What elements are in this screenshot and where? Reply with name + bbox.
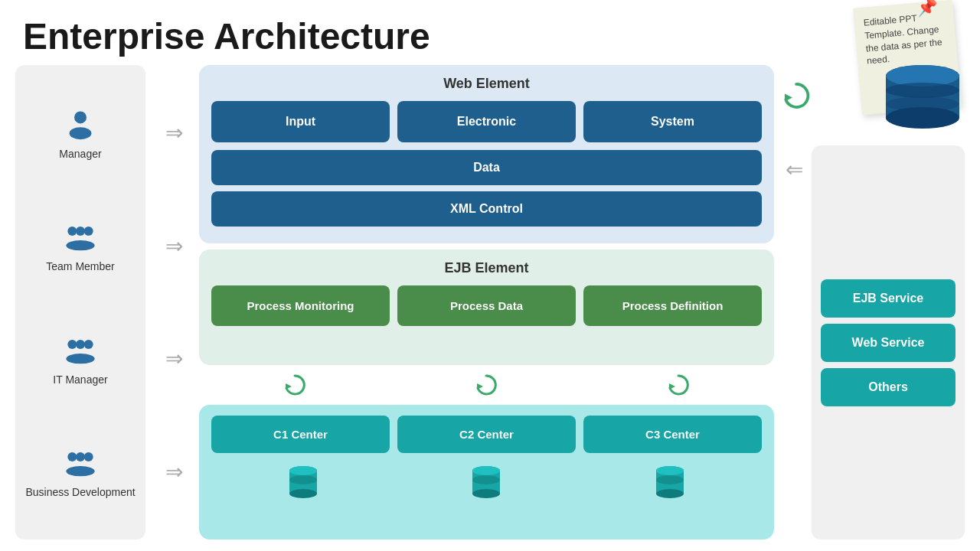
c2-db-icon	[469, 465, 503, 503]
page-title: Enterprise Architecture	[0, 0, 980, 65]
main-db-icon	[880, 65, 965, 134]
svg-point-4	[76, 227, 85, 236]
services-panel: EJB Service Web Service Others	[812, 145, 965, 540]
svg-point-11	[84, 452, 93, 461]
sidebar-item-it-manager: IT Manager	[53, 332, 107, 386]
data-button[interactable]: Data	[211, 150, 762, 185]
manager-icon	[62, 106, 99, 143]
others-button[interactable]: Others	[821, 368, 956, 406]
svg-point-9	[66, 354, 94, 364]
web-element-title: Web Element	[211, 76, 762, 92]
svg-point-5	[66, 240, 94, 250]
arrow-4: ⇒	[165, 459, 180, 484]
svg-point-2	[67, 227, 77, 236]
svg-point-24	[472, 489, 500, 498]
arrow-2: ⇒	[165, 233, 180, 259]
svg-marker-15	[477, 383, 483, 390]
sidebar-item-business-dev: Business Development	[25, 445, 135, 498]
arrow-3: ⇒	[165, 346, 180, 371]
left-arrows: ⇒ ⇒ ⇒ ⇒	[153, 65, 191, 540]
svg-point-1	[70, 127, 92, 139]
svg-point-25	[472, 466, 500, 475]
right-side-area: EJB Service Web Service Others	[812, 65, 965, 540]
center-area: Web Element Input Electronic System Data…	[199, 65, 774, 540]
sidebar-item-team-member: Team Member	[46, 219, 114, 272]
svg-point-31	[656, 475, 684, 484]
c1-center-button[interactable]: C1 Center	[211, 416, 390, 453]
process-monitoring-button[interactable]: Process Monitoring	[211, 285, 390, 326]
svg-point-38	[886, 96, 959, 112]
web-element-panel: Web Element Input Electronic System Data…	[199, 65, 774, 243]
right-arrow-1: ⇐	[786, 157, 800, 182]
process-definition-button[interactable]: Process Definition	[583, 285, 762, 326]
svg-point-30	[656, 466, 684, 475]
it-manager-icon	[62, 332, 99, 369]
refresh-big-icon	[781, 80, 812, 111]
web-service-button[interactable]: Web Service	[821, 324, 956, 362]
ejb-element-title: EJB Element	[211, 260, 762, 276]
svg-point-8	[76, 340, 85, 349]
svg-point-0	[74, 111, 87, 123]
it-manager-label: IT Manager	[53, 373, 107, 386]
ejb-element-panel: EJB Element Process Monitoring Process D…	[199, 249, 774, 365]
svg-point-7	[84, 340, 93, 349]
svg-point-19	[289, 489, 317, 498]
svg-point-12	[76, 452, 85, 461]
web-buttons-row: Input Electronic System	[211, 101, 762, 142]
team-member-icon	[62, 219, 99, 256]
svg-point-10	[67, 452, 77, 461]
manager-label: Manager	[59, 148, 101, 160]
svg-point-3	[84, 227, 93, 236]
refresh-icon-1	[283, 373, 307, 397]
svg-point-37	[886, 83, 959, 98]
ejb-service-button[interactable]: EJB Service	[821, 279, 956, 318]
big-db-area	[812, 65, 965, 138]
c3-center-button[interactable]: C3 Center	[583, 416, 762, 453]
c1-db-icon	[286, 465, 320, 503]
ejb-buttons-row: Process Monitoring Process Data Process …	[211, 285, 762, 326]
right-arrows-area: ⇐	[782, 65, 804, 540]
refresh-icon-2	[474, 373, 498, 397]
svg-point-6	[67, 340, 77, 349]
svg-point-29	[656, 489, 684, 498]
input-button[interactable]: Input	[211, 101, 390, 142]
system-button[interactable]: System	[583, 101, 762, 142]
svg-marker-16	[669, 383, 675, 390]
pin-icon: 📌	[916, 0, 939, 20]
refresh-icon-3	[666, 373, 691, 397]
c3-db-icon	[653, 465, 687, 503]
svg-point-20	[289, 466, 317, 475]
business-dev-label: Business Development	[25, 486, 135, 498]
electronic-button[interactable]: Electronic	[397, 101, 576, 142]
arrow-1: ⇒	[165, 120, 180, 145]
process-data-button[interactable]: Process Data	[397, 285, 576, 326]
db-icons-row	[211, 461, 762, 507]
c-center-panel: C1 Center C2 Center C3 Center	[199, 405, 774, 540]
c-buttons-row: C1 Center C2 Center C3 Center	[211, 416, 762, 453]
svg-marker-14	[286, 383, 292, 390]
svg-point-13	[66, 466, 94, 476]
xml-control-button[interactable]: XML Control	[211, 191, 762, 227]
business-dev-icon	[62, 445, 99, 481]
sidebar-item-manager: Manager	[59, 106, 101, 160]
svg-point-21	[289, 475, 317, 484]
svg-point-26	[472, 475, 500, 484]
team-member-label: Team Member	[46, 260, 114, 272]
c2-center-button[interactable]: C2 Center	[397, 416, 576, 453]
right-arrow-ejb: ⇐	[786, 65, 800, 540]
svg-marker-32	[785, 94, 792, 102]
refresh-icons-row	[199, 371, 774, 399]
sidebar: Manager Team Member IT Manager	[15, 65, 145, 540]
